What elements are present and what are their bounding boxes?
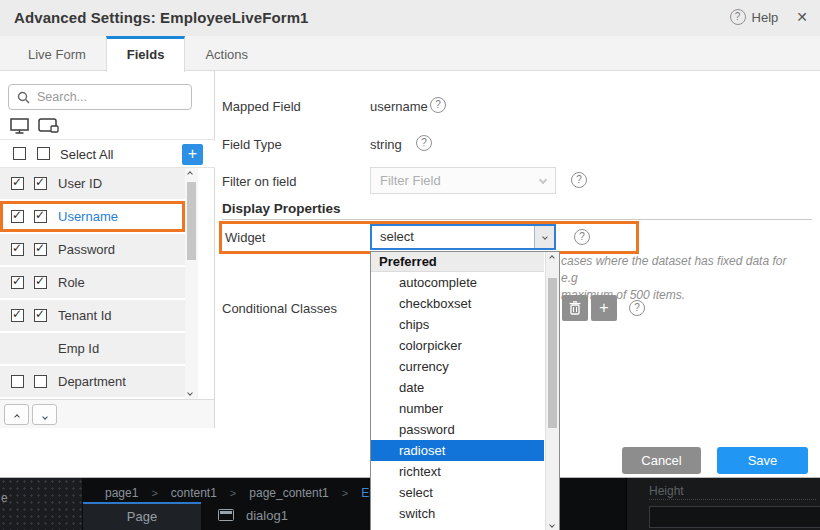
tab-live-form[interactable]: Live Form: [8, 36, 106, 70]
field-label: Password: [58, 242, 115, 257]
help-icon[interactable]: ?: [430, 97, 446, 113]
breadcrumb-item-page-content1[interactable]: page_content1: [249, 486, 328, 500]
option-chips[interactable]: chips: [371, 314, 544, 335]
field-item-role[interactable]: Role: [0, 267, 185, 298]
checkbox[interactable]: [11, 309, 24, 322]
help-icon[interactable]: ?: [571, 172, 587, 188]
field-item-password[interactable]: Password: [0, 234, 185, 265]
scroll-up-icon[interactable]: [187, 171, 193, 177]
option-password[interactable]: password: [371, 419, 544, 440]
dropdown-scrollbar[interactable]: [545, 252, 559, 530]
option-number[interactable]: number: [371, 398, 544, 419]
select-arrow-button[interactable]: [534, 226, 554, 248]
dialog-header: Advanced Settings: EmployeeLiveForm1 ? H…: [0, 0, 820, 36]
checkbox[interactable]: [34, 177, 47, 190]
checkbox[interactable]: [11, 177, 24, 190]
checkbox[interactable]: [34, 276, 47, 289]
checkbox[interactable]: [11, 375, 24, 388]
breadcrumb-item-page1[interactable]: page1: [105, 486, 138, 500]
option-colorpicker[interactable]: colorpicker: [371, 335, 544, 356]
cancel-button[interactable]: Cancel: [622, 447, 701, 474]
delete-class-button[interactable]: [562, 295, 588, 321]
clipped-text: e: [1, 491, 8, 505]
search-box[interactable]: [8, 84, 192, 110]
search-input[interactable]: [37, 90, 183, 104]
option-select[interactable]: select: [371, 482, 544, 503]
dropdown-option-list: Preferred autocomplete checkboxset chips…: [371, 252, 544, 530]
widget-dropdown: Preferred autocomplete checkboxset chips…: [370, 251, 560, 530]
conditional-classes-label: Conditional Classes: [222, 301, 337, 316]
help-icon[interactable]: ?: [730, 9, 746, 25]
help-label[interactable]: Help: [752, 10, 779, 25]
move-field-down-button[interactable]: [32, 404, 57, 425]
field-item-user-id[interactable]: User ID: [0, 168, 185, 199]
field-list: User ID Username Password Role Tenant Id: [0, 168, 185, 399]
tab-fields[interactable]: Fields: [106, 36, 186, 72]
properties-panel: Height: [626, 478, 820, 530]
option-date[interactable]: date: [371, 377, 544, 398]
chevron-down-icon: [542, 234, 548, 240]
breadcrumb-separator: >: [151, 487, 157, 499]
move-field-up-button[interactable]: [4, 404, 29, 425]
height-property-label: Height: [649, 482, 816, 500]
field-item-username[interactable]: Username: [0, 201, 185, 232]
desktop-icon[interactable]: [10, 118, 29, 134]
checkbox[interactable]: [11, 243, 24, 256]
field-label: Department: [58, 374, 126, 389]
field-type-label: Field Type: [222, 137, 282, 152]
tab-bar: Live Form Fields Actions: [0, 36, 820, 71]
field-item-emp-id[interactable]: Emp Id: [0, 333, 185, 364]
breadcrumb: page1 > content1 > page_content1 > Emplo…: [105, 486, 415, 500]
help-button[interactable]: ? Help: [730, 9, 779, 25]
dialog1-label[interactable]: dialog1: [246, 508, 288, 523]
filter-field-select[interactable]: Filter Field: [370, 167, 556, 194]
widget-select-value: select: [380, 226, 414, 248]
checkbox[interactable]: [34, 243, 47, 256]
widget-label: Widget: [225, 230, 265, 245]
help-icon[interactable]: ?: [416, 135, 432, 151]
mobile-icon[interactable]: [38, 118, 59, 133]
filter-on-field-label: Filter on field: [222, 174, 296, 189]
select-all-checkbox-1[interactable]: [13, 147, 26, 160]
option-currency[interactable]: currency: [371, 356, 544, 377]
field-item-department[interactable]: Department: [0, 366, 185, 397]
checkbox[interactable]: [34, 375, 47, 388]
height-input[interactable]: [649, 506, 820, 528]
scroll-down-icon[interactable]: [187, 390, 193, 396]
scroll-up-icon[interactable]: [549, 255, 555, 261]
divider: [222, 219, 812, 220]
field-order-footer: [0, 399, 214, 428]
fields-sidebar: Select All + User ID Username Password: [0, 71, 215, 428]
scrollbar-thumb[interactable]: [187, 182, 196, 260]
option-richtext[interactable]: richtext: [371, 461, 544, 482]
dropdown-group-preferred: Preferred: [371, 252, 544, 272]
scrollbar-thumb[interactable]: [548, 278, 557, 428]
checkbox[interactable]: [34, 309, 47, 322]
page-tab[interactable]: Page: [83, 502, 201, 530]
option-autocomplete[interactable]: autocomplete: [371, 272, 544, 293]
option-radioset[interactable]: radioset: [371, 440, 544, 461]
field-label: Username: [58, 209, 118, 224]
save-button[interactable]: Save: [717, 447, 808, 474]
checkbox[interactable]: [34, 210, 47, 223]
checkbox[interactable]: [11, 210, 24, 223]
select-all-checkbox-2[interactable]: [37, 147, 50, 160]
close-icon[interactable]: ✕: [796, 9, 808, 25]
widget-highlight-box: Widget select ?: [219, 221, 639, 254]
option-checkboxset[interactable]: checkboxset: [371, 293, 544, 314]
search-icon: [17, 91, 30, 104]
help-icon[interactable]: ?: [574, 229, 590, 245]
widget-select[interactable]: select: [370, 224, 556, 250]
help-icon[interactable]: ?: [629, 300, 645, 316]
tab-actions[interactable]: Actions: [185, 36, 268, 70]
checkbox[interactable]: [11, 276, 24, 289]
breadcrumb-item-content1[interactable]: content1: [171, 486, 217, 500]
chevron-down-icon: [539, 176, 547, 184]
sidebar-scrollbar[interactable]: [185, 168, 198, 399]
field-item-tenant-id[interactable]: Tenant Id: [0, 300, 185, 331]
add-class-button[interactable]: +: [591, 295, 617, 321]
option-switch[interactable]: switch: [371, 503, 544, 524]
add-field-button[interactable]: +: [182, 144, 203, 165]
dialog-widget-icon: [218, 509, 234, 521]
scroll-down-icon[interactable]: [549, 522, 555, 528]
